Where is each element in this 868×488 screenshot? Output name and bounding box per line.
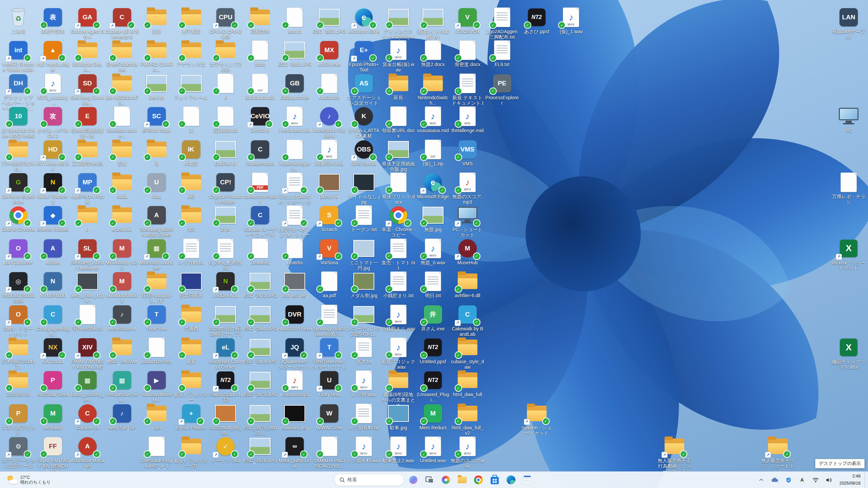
desktop-icon[interactable]: ✓ ESC_2876.JPG (243, 434, 277, 465)
desktop-icon[interactable]: ↗✓ PC - ショートカット (451, 203, 485, 239)
desktop-icon[interactable]: S↗✓ Scratch (312, 203, 346, 233)
desktop-icon[interactable]: N✓ NVMS-1000 (36, 269, 70, 300)
desktop-icon[interactable]: 井✓ 井さん.exe (416, 303, 450, 333)
desktop-icon[interactable]: M✓ MiniAlbIbsWorld (105, 269, 139, 305)
desktop-icon[interactable]: ✓ 682 (174, 170, 208, 201)
desktop-icon[interactable]: ✓ ESC_2868.JPG (278, 38, 312, 68)
desktop-icon[interactable]: G↗✓ GeForce Experience (1, 170, 35, 206)
desktop-icon[interactable]: ✓ 小銭貯まり.txt (381, 269, 415, 300)
desktop-icon[interactable]: ✓ 20220904_08_08... (209, 402, 242, 437)
desktop-icon[interactable]: ◎↗✓ Insta360 Studio 2024 (1, 269, 35, 305)
taskbar-copilot-button[interactable] (407, 473, 420, 487)
desktop-icon[interactable]: C↗✓ Cakewalk by BandLab (451, 303, 485, 338)
desktop-icon[interactable]: ✓ 交通費 (174, 303, 208, 333)
desktop-icon[interactable]: ♪WAV✓ (仮)_1.wav (554, 5, 588, 36)
desktop-icon[interactable]: ✓ html_daw_full (451, 368, 485, 399)
desktop-icon[interactable]: NT2✓ (Unsaved_Plugi... (416, 368, 450, 404)
clock-widget[interactable]: 2:48 2025/08/16 (836, 474, 863, 486)
desktop-icon[interactable]: ✓ 8801dbot DeLA... (71, 38, 104, 74)
desktop-icon[interactable]: ✓ アナウンス文 (174, 38, 208, 68)
taskbar-edge-button[interactable] (504, 473, 518, 487)
desktop-icon[interactable]: ✓ 直売・トマト.txt (381, 237, 415, 272)
taskbar-notepad-button[interactable] (520, 473, 534, 487)
desktop-icon[interactable]: SC↗✓ EPSON Scan (140, 104, 174, 135)
desktop-icon[interactable]: ▶✓ VakusanMovieM... (140, 368, 174, 404)
desktop-icon[interactable]: 攻✓ かがみ＋ATTACK 2 (36, 104, 70, 140)
desktop-icon[interactable]: ∞↗✓ Meta Quest Link (278, 434, 312, 470)
desktop-icon[interactable]: ▲↗✓ VLC media player (36, 38, 70, 74)
desktop-icon[interactable]: ✓ メダル割.jpg (347, 269, 381, 300)
desktop-icon[interactable]: O↗✓ OMS - ショートカット (1, 303, 35, 338)
desktop-icon[interactable]: ✓↗✓ ノートン 360 (209, 434, 242, 465)
desktop-icon[interactable]: ♪✓ Nero Sing JP (105, 402, 139, 432)
desktop-icon[interactable]: ✓ レジ袋有料.txt (347, 402, 381, 432)
desktop-icon[interactable]: ▦✓ Perspective lrea... (105, 368, 139, 404)
desktop-icon[interactable]: ♪✓ MuseScore 4 (105, 303, 139, 333)
desktop-icon[interactable]: ♪WAV✓ レジ袋.wav (347, 368, 381, 399)
desktop-icon[interactable]: ♪WAV✓ 新規プロジェクト.wav (381, 336, 415, 371)
desktop-icon[interactable]: ✓ avhfiler-6.dll (451, 269, 485, 300)
desktop-icon[interactable]: ✓ MuGA.tml (312, 72, 346, 102)
desktop-icon[interactable]: ✓ タイトルなし.jpg (347, 170, 381, 206)
desktop-icon[interactable]: ♻ ごみ箱 (1, 5, 35, 36)
desktop-icon[interactable]: ✓ pazun.jpg (312, 170, 346, 201)
desktop-icon[interactable]: O↗✓ Logi Options+ (1, 237, 35, 267)
desktop-icon[interactable]: SL↗✓ Steinberg Library Manager (71, 237, 104, 272)
desktop-icon[interactable]: ✓ (仮)タイトル素材.jpg (416, 5, 450, 41)
desktop-icon[interactable]: ✓ 女子キャンプ2018 (209, 38, 242, 74)
desktop-icon[interactable]: ✓ lloveless conve... (105, 104, 139, 140)
taskbar-file-explorer-button[interactable] (455, 473, 469, 487)
taskbar-task-view-button[interactable] (423, 473, 436, 487)
desktop-icon[interactable]: C✓ Cubase ユーザーマニュアル (243, 203, 277, 239)
desktop-icon[interactable]: 万博レポ・チラシ (832, 170, 866, 206)
desktop-icon[interactable]: ♪WAV✓ Untitled.wav (416, 434, 450, 465)
desktop-icon[interactable]: ♪MP3✓ 無題のスコア.mp3 (451, 170, 485, 206)
desktop-icon[interactable]: ✓ 楽譜.txt (347, 336, 381, 366)
desktop-icon[interactable]: E✓ Epson高校吹奏楽～改 (71, 104, 104, 140)
desktop-icon[interactable]: ✓ ESC_2866.JPG (243, 303, 277, 333)
desktop-icon[interactable]: MX✓ MXDA.exe (312, 38, 346, 68)
desktop-icon[interactable]: ✓ 面接 (105, 138, 139, 168)
onedrive-tray-button[interactable] (769, 474, 781, 486)
desktop-icon[interactable]: CPU↗✓ CPU-ID CPU-Z MSI (209, 5, 242, 41)
desktop-icon[interactable]: ✓ aero_jinow_xf.png (71, 269, 104, 305)
desktop-icon[interactable]: ✓ 新しいフォルダー (174, 368, 208, 404)
desktop-icon[interactable]: A✓ Artisan (36, 237, 70, 267)
taskbar-chrome-button[interactable] (472, 473, 485, 487)
taskbar-photos-button[interactable] (439, 473, 453, 487)
desktop-icon[interactable]: ♪WAV✓ 賃金台帳(仮).wav (381, 38, 415, 74)
desktop-icon[interactable]: ✓ 五線紙2.pdf (209, 104, 242, 135)
desktop-icon[interactable]: M✓ MiniAlbBay 1.2.0 (105, 237, 139, 272)
desktop-icon[interactable]: AS✓ エアステーション設定ガイド (347, 72, 381, 107)
desktop-icon[interactable]: ✓ 営業日変更 (174, 269, 208, 300)
desktop-icon[interactable]: JQ↗✓ JQuake.exe - ショートカット (278, 336, 312, 371)
desktop-icon[interactable]: N↗✓ NVIDIA App (209, 269, 242, 300)
taskbar-search[interactable]: 検索 (334, 474, 404, 486)
desktop-icon[interactable]: V↗✓ VoiSona (312, 237, 346, 267)
desktop-icon[interactable]: K✓ かがみんATTACK素材 (347, 104, 381, 140)
desktop-icon[interactable]: e↗✓ Microsoft Edge (347, 5, 381, 36)
desktop-icon[interactable]: ✓ aa.pdf (312, 269, 346, 300)
desktop-icon[interactable]: ✓ 骨密度.docx (451, 38, 485, 68)
desktop-icon[interactable]: ✓ レジ資料.txt (174, 237, 208, 267)
desktop-icon[interactable]: W✓ WWWC.exe (312, 402, 346, 432)
desktop-icon[interactable]: XIV↗✓ FINAL FANTASY XIV ONLINE (71, 336, 104, 371)
desktop-icon[interactable]: ✓ asm.td (278, 5, 312, 36)
desktop-icon[interactable]: eL↗✓ eLicenser Control Center (209, 336, 242, 371)
desktop-icon[interactable]: ↗✓ 無人販売所不正行為動画 - ショートカット (657, 434, 691, 475)
desktop-icon[interactable]: NT2↗✓ Piapro Studio NT2 (209, 368, 242, 404)
desktop-icon[interactable]: E+↗✓ Epson Photo+ Tool (347, 38, 381, 74)
desktop-icon[interactable]: ✓ 新しいフォルダー (2) (174, 434, 208, 470)
desktop-icon[interactable]: U↗✓ Unity Hub (312, 368, 346, 399)
desktop-icon[interactable]: LAN 有線LANケーブル (832, 5, 866, 41)
desktop-icon[interactable]: ✓ 164-1652314478... (105, 72, 139, 107)
desktop-icon[interactable]: T✓ TimeTune (140, 303, 174, 333)
desktop-icon[interactable]: ✓ 2023-05-24 (1, 368, 35, 399)
desktop-icon[interactable]: ✓ 明日.txt (416, 269, 450, 300)
desktop-icon[interactable]: ↗✓ syasinn - ショートカット (520, 402, 554, 437)
desktop-icon[interactable]: ✓ ESC_2869.JPG (243, 336, 277, 366)
desktop-icon[interactable]: ✓ 領収書URL.docx (381, 104, 415, 140)
desktop-icon[interactable]: PC (832, 104, 866, 135)
desktop-icon[interactable]: X↗ 05.xlsx - ショートカット (832, 237, 866, 272)
desktop-icon[interactable]: ✓ jill (140, 138, 174, 168)
